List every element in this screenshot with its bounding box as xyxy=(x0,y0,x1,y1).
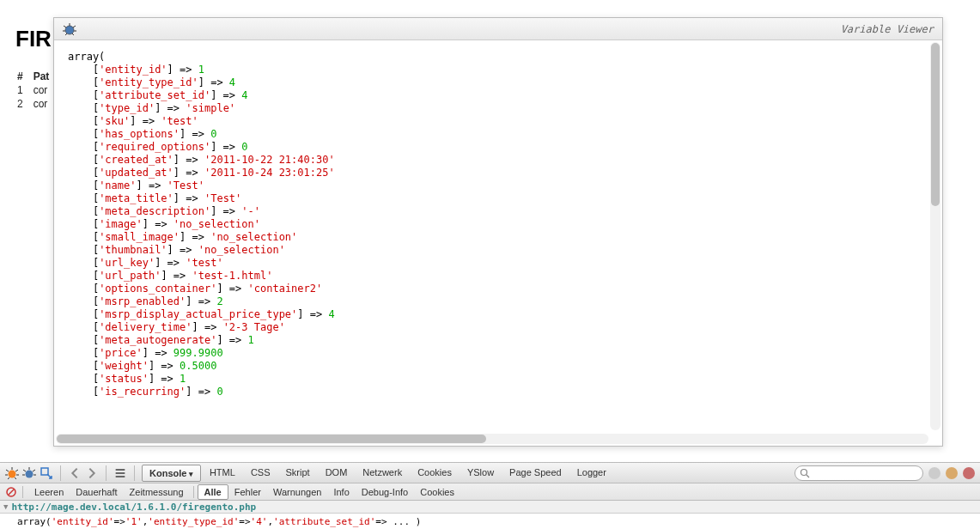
horizontal-scrollbar[interactable] xyxy=(56,434,928,444)
console-output-row[interactable]: array('entity_id'=>'1', 'entity_type_id'… xyxy=(0,514,980,529)
search-icon xyxy=(800,468,810,478)
separator xyxy=(60,465,61,481)
firebug-search-group xyxy=(794,465,975,481)
separator xyxy=(106,465,107,481)
table-row: 2 cor xyxy=(17,98,58,110)
table-row: 1 cor xyxy=(17,84,58,96)
disclosure-triangle-icon[interactable]: ▼ xyxy=(3,502,8,511)
search-input[interactable] xyxy=(794,465,923,481)
tab-konsole[interactable]: Konsole xyxy=(142,465,201,482)
variable-viewer-body[interactable]: array( ['entity_id'] => 1 ['entity_type_… xyxy=(54,40,942,432)
svg-point-3 xyxy=(26,470,33,477)
svg-rect-4 xyxy=(41,468,48,475)
firebug-icon xyxy=(63,22,76,36)
tab-logger[interactable]: Logger xyxy=(570,465,613,482)
tab-cookies[interactable]: Cookies xyxy=(411,465,459,482)
subtab-fehler[interactable]: Fehler xyxy=(228,485,267,499)
console-request-row[interactable]: ▼ http://mage.dev.local/1.6.1.0/firegent… xyxy=(0,501,980,514)
tab-html[interactable]: HTML xyxy=(203,465,242,482)
firebug-subtoolbar: LeerenDauerhaftZeitmessungAlleFehlerWarn… xyxy=(0,483,980,501)
subtab-alle[interactable]: Alle xyxy=(198,484,228,500)
horizontal-scrollbar-thumb[interactable] xyxy=(57,435,486,443)
variable-viewer-header[interactable]: Variable Viewer xyxy=(54,18,942,40)
close-icon[interactable] xyxy=(963,467,975,479)
separator xyxy=(134,465,135,481)
nav-forward-icon[interactable] xyxy=(85,466,99,480)
vertical-scrollbar-thumb[interactable] xyxy=(931,43,940,206)
firephp-icon[interactable] xyxy=(22,466,36,480)
tab-skript[interactable]: Skript xyxy=(279,465,317,482)
nav-back-icon[interactable] xyxy=(68,466,82,480)
page-title: FIR xyxy=(15,26,52,52)
subtab-dauerhaft[interactable]: Dauerhaft xyxy=(70,485,123,499)
vertical-scrollbar[interactable] xyxy=(930,42,940,430)
variable-viewer-panel: Variable Viewer array( ['entity_id'] => … xyxy=(53,17,943,447)
separator xyxy=(193,486,194,498)
options-icon[interactable] xyxy=(928,467,940,479)
tab-css[interactable]: CSS xyxy=(244,465,277,482)
clear-icon[interactable] xyxy=(5,486,17,498)
request-url: http://mage.dev.local/1.6.1.0/firegento.… xyxy=(11,502,256,513)
subtab-cookies[interactable]: Cookies xyxy=(414,485,460,499)
inspect-icon[interactable] xyxy=(40,466,53,480)
minimize-icon[interactable] xyxy=(946,467,958,479)
subtab-zeitmessung[interactable]: Zeitmessung xyxy=(124,485,190,499)
subtab-debug-info[interactable]: Debug-Info xyxy=(356,485,414,499)
variable-viewer-title: Variable Viewer xyxy=(841,23,934,35)
tab-netzwerk[interactable]: Netzwerk xyxy=(356,465,409,482)
subtab-leeren[interactable]: Leeren xyxy=(28,485,70,499)
firebug-icon[interactable] xyxy=(5,466,19,480)
svg-point-5 xyxy=(801,469,807,475)
tab-page-speed[interactable]: Page Speed xyxy=(502,465,569,482)
panel-menu-icon[interactable] xyxy=(113,466,127,480)
svg-point-2 xyxy=(9,470,16,477)
tab-yslow[interactable]: YSlow xyxy=(460,465,501,482)
firebug-toolbar: KonsoleHTMLCSSSkriptDOMNetzwerkCookiesYS… xyxy=(0,462,980,483)
subtab-warnungen[interactable]: Warnungen xyxy=(267,485,327,499)
tab-dom[interactable]: DOM xyxy=(319,465,355,482)
subtab-info[interactable]: Info xyxy=(327,485,355,499)
bg-th-num: # xyxy=(17,70,32,82)
separator xyxy=(22,486,23,498)
